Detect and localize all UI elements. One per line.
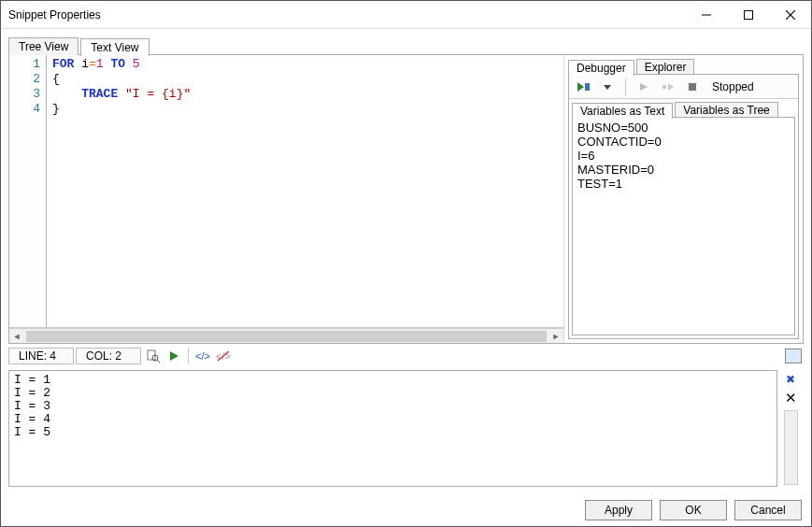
svg-line-13: [157, 360, 160, 363]
cancel-button[interactable]: Cancel: [734, 500, 802, 520]
debugger-toolbar: Stopped: [569, 75, 798, 99]
window-title: Snippet Properties: [8, 8, 101, 21]
dropdown-icon[interactable]: [598, 78, 617, 95]
variable-line: BUSNO=500: [577, 121, 790, 135]
svg-rect-10: [689, 83, 696, 91]
code-tag-disabled-icon[interactable]: </>: [214, 348, 233, 364]
status-col: COL: 2: [76, 348, 141, 364]
tab-variables-text[interactable]: Variables as Text: [572, 103, 673, 119]
svg-marker-9: [668, 83, 674, 91]
variables-box[interactable]: BUSNO=500 CONTACTID=0 I=6 MASTERID=0 TES…: [572, 117, 795, 335]
close-output-icon[interactable]: ✕: [785, 390, 797, 406]
status-line: LINE: 4: [8, 348, 74, 364]
variable-tabs: Variables as Text Variables as Tree: [572, 102, 798, 118]
line-number: 4: [11, 102, 40, 117]
variable-line: I=6: [577, 149, 790, 163]
svg-marker-4: [577, 82, 584, 92]
scroll-right-icon[interactable]: ►: [548, 332, 563, 341]
line-number: 2: [11, 72, 40, 87]
line-gutter: 1 2 3 4: [9, 55, 47, 327]
variable-line: CONTACTID=0: [577, 135, 790, 149]
output-line: I = 2: [14, 387, 772, 400]
step-icon[interactable]: [659, 78, 677, 95]
tab-debugger[interactable]: Debugger: [568, 60, 634, 76]
ok-button[interactable]: OK: [660, 500, 727, 520]
tab-tree-view[interactable]: Tree View: [8, 37, 78, 55]
apply-button[interactable]: Apply: [585, 500, 652, 520]
scroll-thumb[interactable]: [26, 331, 547, 342]
find-icon[interactable]: [144, 348, 163, 364]
panel-toggle-icon[interactable]: [785, 349, 802, 363]
svg-rect-8: [662, 85, 666, 89]
debugger-status: Stopped: [712, 80, 754, 93]
maximize-button[interactable]: [727, 1, 769, 29]
output-console[interactable]: I = 1 I = 2 I = 3 I = 4 I = 5: [8, 370, 777, 487]
run-icon[interactable]: [574, 78, 592, 95]
code-text[interactable]: FOR i=1 TO 5 { TRACE "I = {i}" }: [47, 55, 563, 327]
svg-marker-7: [640, 83, 648, 91]
code-editor: 1 2 3 4 FOR i=1 TO 5 { TRACE "I = {i}" }…: [9, 55, 564, 343]
code-tag-icon[interactable]: </>: [193, 348, 212, 364]
output-line: I = 1: [14, 374, 772, 387]
dialog-buttons: Apply OK Cancel: [1, 494, 811, 526]
scroll-left-icon[interactable]: ◄: [9, 332, 24, 341]
svg-rect-5: [585, 83, 590, 91]
svg-marker-14: [170, 351, 178, 361]
output-line: I = 4: [14, 413, 772, 426]
variable-line: MASTERID=0: [577, 163, 790, 177]
tab-text-view[interactable]: Text View: [80, 38, 149, 56]
continue-icon[interactable]: [634, 78, 653, 95]
variable-line: TEST=1: [577, 177, 790, 191]
output-vscrollbar[interactable]: [784, 410, 798, 485]
line-number: 1: [11, 57, 40, 72]
minimize-button[interactable]: [685, 1, 727, 29]
svg-rect-1: [744, 10, 752, 19]
output-line: I = 5: [14, 426, 772, 439]
stop-icon[interactable]: [683, 78, 702, 95]
run-script-icon[interactable]: [164, 348, 183, 364]
editor-hscrollbar[interactable]: ◄ ►: [9, 328, 563, 343]
pin-icon[interactable]: ✖: [786, 373, 795, 386]
tab-explorer[interactable]: Explorer: [636, 59, 695, 75]
svg-marker-6: [604, 85, 611, 90]
editor-statusbar: LINE: 4 COL: 2 </> </>: [8, 346, 804, 366]
output-line: I = 3: [14, 400, 772, 413]
tab-variables-tree[interactable]: Variables as Tree: [675, 102, 778, 118]
close-button[interactable]: [769, 1, 811, 29]
titlebar: Snippet Properties: [1, 1, 811, 29]
view-tabs: Tree View Text View: [8, 35, 804, 55]
line-number: 3: [11, 87, 40, 102]
debugger-tabs: Debugger Explorer: [568, 59, 799, 75]
svg-text:</>: </>: [195, 350, 210, 362]
